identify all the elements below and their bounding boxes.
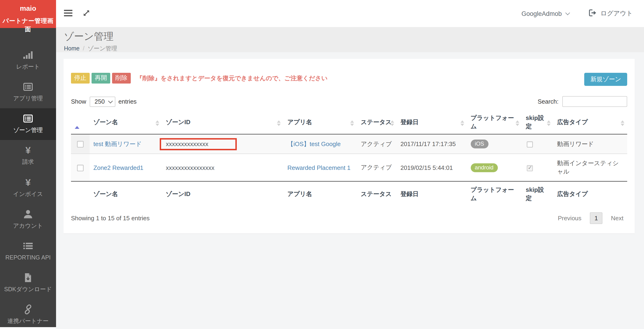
bar-chart-icon [2, 49, 54, 61]
account-dropdown[interactable]: GoogleAdmob [522, 10, 569, 17]
table-row: test 動画リワード xxxxxxxxxxxxxx 【iOS】test Goo… [71, 134, 627, 154]
zone-name-link[interactable]: Zone2 Rewarded1 [94, 164, 143, 171]
header-zone-id[interactable]: ゾーンID [162, 112, 284, 134]
breadcrumb-separator: / [83, 45, 84, 52]
zone-name-cell: Zone2 Rewarded1 [90, 154, 162, 181]
resume-button[interactable]: 再開 [92, 73, 110, 83]
footer-status: ステータス [357, 181, 397, 207]
list-icon [2, 240, 54, 252]
skip-setting-cell [522, 134, 554, 154]
header-zone-name[interactable]: ゾーン名 [90, 112, 162, 134]
sidebar-item-app-management[interactable]: アプリ管理 [0, 76, 56, 108]
skip-checkbox[interactable] [527, 165, 533, 171]
platform-cell: iOS [467, 134, 522, 154]
bulk-action-toolbar: 停止 再開 削除 『削除』をされますとデータを復元できませんので、ご注意ください… [71, 73, 627, 86]
status-cell: アクティブ [357, 154, 397, 181]
ad-type-cell: 動画リワード [554, 134, 627, 154]
breadcrumb-home-link[interactable]: Home [64, 45, 80, 52]
app-root: maio パートナー管理画面 レポート アプリ管理 ゾーン管理 [0, 0, 644, 329]
sidebar-item-label: REPORTING API [2, 253, 54, 262]
content-area: 停止 再開 削除 『削除』をされますとデータを復元できませんので、ご注意ください… [56, 52, 644, 233]
zone-name-link[interactable]: test 動画リワード [94, 140, 142, 147]
status-cell: アクティブ [357, 134, 397, 154]
sidebar-item-account[interactable]: アカウント [0, 204, 56, 235]
sidebar-item-label: SDKダウンロード [2, 285, 54, 294]
entries-label: entries [118, 98, 136, 105]
zone-name-cell: test 動画リワード [90, 134, 162, 154]
row-checkbox[interactable] [77, 165, 84, 171]
header-registered-date[interactable]: 登録日 [397, 112, 467, 134]
sidebar-item-zone-management[interactable]: ゾーン管理 [0, 108, 56, 140]
zone-id-cell: xxxxxxxxxxxxxx [162, 134, 284, 154]
link-icon [2, 304, 54, 315]
page-size-control: Show 250 entries [71, 96, 136, 107]
topbar-right: GoogleAdmob ログアウト [522, 9, 633, 18]
entries-info: Showing 1 to 15 of 15 entries [71, 215, 150, 222]
sidebar-item-partner-link[interactable]: 連携パートナー [0, 299, 56, 329]
table-foot: ゾーン名 ゾーンID アプリ名 ステータス 登録日 プラットフォーム skip設… [71, 181, 627, 207]
page-size-select[interactable]: 250 [90, 96, 115, 107]
logout-button[interactable]: ログアウト [589, 9, 633, 18]
chevron-down-icon [565, 10, 570, 15]
new-zone-button[interactable]: 新規ゾーン [584, 73, 627, 86]
sort-arrows-icon [460, 120, 464, 126]
sidebar-item-billing[interactable]: ¥ 請求 [0, 140, 56, 172]
next-page-button[interactable]: Next [607, 212, 627, 224]
sidebar-nav: レポート アプリ管理 ゾーン管理 ¥ 請求 ¥ インボイス [0, 45, 56, 329]
app-name-cell: 【iOS】test Google [284, 134, 357, 154]
zones-table: ゾーン名 ゾーンID アプリ名 ステータス 登録日 プラットフォーム skip設… [71, 112, 627, 207]
header-app-name[interactable]: アプリ名 [284, 112, 357, 134]
breadcrumb: Home/ゾーン管理 [64, 45, 644, 53]
sidebar-item-label: 請求 [2, 158, 54, 166]
header-status[interactable]: ステータス [357, 112, 397, 134]
logo-block[interactable]: maio パートナー管理画面 [0, 0, 56, 28]
stop-button[interactable]: 停止 [71, 73, 90, 83]
logout-label: ログアウト [600, 9, 633, 18]
sort-arrows-icon [350, 120, 354, 126]
sidebar-toggle-button[interactable] [62, 8, 74, 19]
show-label: Show [71, 98, 86, 105]
sort-arrows-icon [516, 120, 519, 126]
header-ad-type[interactable]: 広告タイプ [554, 112, 627, 134]
logo-subtitle: パートナー管理画面 [0, 17, 56, 34]
sidebar-item-label: アカウント [2, 221, 54, 230]
previous-page-button[interactable]: Previous [554, 212, 585, 224]
sidebar-item-reporting-api[interactable]: REPORTING API [0, 236, 56, 267]
sidebar-item-label: ゾーン管理 [2, 126, 54, 135]
platform-badge: iOS [470, 140, 488, 148]
footer-ad-type: 広告タイプ [554, 181, 627, 207]
sort-arrows-icon [277, 120, 281, 126]
delete-warning-text: 『削除』をされますとデータを復元できませんので、ご注意ください [136, 74, 328, 83]
row-select-cell [71, 154, 90, 181]
yen-icon: ¥ [2, 145, 54, 156]
expand-arrows-icon [83, 9, 90, 18]
footer-select-column [71, 181, 90, 207]
sidebar-item-label: 連携パートナー [2, 317, 54, 325]
table-body: test 動画リワード xxxxxxxxxxxxxx 【iOS】test Goo… [71, 134, 627, 181]
footer-platform: プラットフォーム [467, 181, 522, 207]
search-input[interactable] [562, 96, 627, 107]
app-name-cell: Rewarded Placement 1 [284, 154, 357, 181]
sidebar-item-label: レポート [2, 62, 54, 71]
zone-table-card: 停止 再開 削除 『削除』をされますとデータを復元できませんので、ご注意ください… [64, 59, 635, 233]
breadcrumb-current: ゾーン管理 [88, 45, 117, 52]
table-controls: Show 250 entries Search: [71, 96, 627, 107]
fullscreen-button[interactable] [81, 7, 92, 20]
row-checkbox[interactable] [77, 141, 84, 148]
page-1-button[interactable]: 1 [590, 212, 602, 224]
app-name-link[interactable]: Rewarded Placement 1 [288, 164, 350, 171]
delete-button[interactable]: 削除 [112, 73, 131, 83]
hamburger-icon [64, 9, 72, 17]
header-select-column[interactable] [71, 112, 90, 134]
header-skip-setting[interactable]: skip設定 [522, 112, 554, 134]
sidebar-item-report[interactable]: レポート [0, 45, 56, 76]
app-name-link[interactable]: 【iOS】test Google [288, 140, 341, 147]
header-platform[interactable]: プラットフォーム [467, 112, 522, 134]
sidebar-item-invoice[interactable]: ¥ インボイス [0, 172, 56, 204]
footer-app-name: アプリ名 [284, 181, 357, 207]
sidebar-item-sdk-download[interactable]: SDKダウンロード [0, 267, 56, 299]
platform-badge: android [470, 163, 498, 172]
registered-date-cell: 2019/02/15 5:44:01 [397, 154, 467, 181]
sort-asc-icon [75, 119, 80, 129]
skip-checkbox[interactable] [527, 141, 533, 147]
